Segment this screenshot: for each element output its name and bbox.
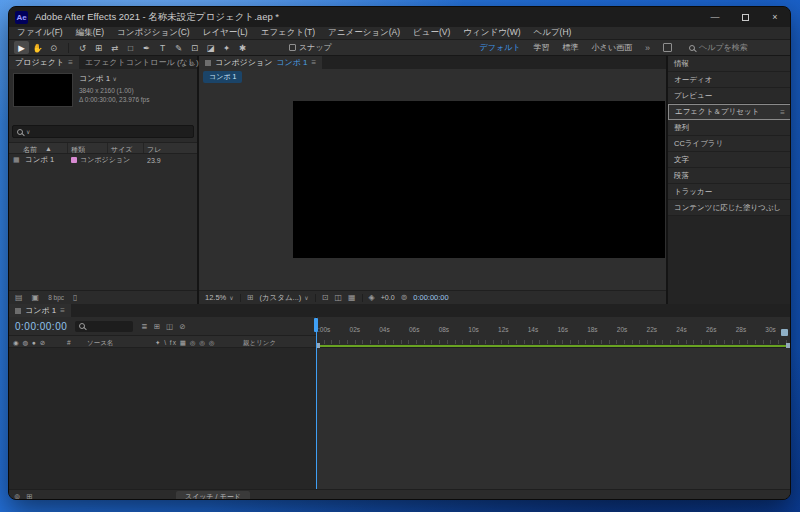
comp-marker-bin-icon[interactable] [781,329,788,336]
help-search-input[interactable]: ヘルプを検索 [685,42,781,54]
pen-tool-icon[interactable]: ✒ [139,41,154,54]
menu-file[interactable]: ファイル(F) [17,27,63,39]
timeline-view-option-icons[interactable]: ≣ ⊞ ◫ ⊘ [141,322,187,331]
layer-number-column[interactable]: # [67,339,71,346]
label-color-swatch[interactable] [71,157,77,163]
exposure-value[interactable]: +0.0 [381,294,395,301]
exposure-icon[interactable]: ◈ [369,293,375,302]
mask-visibility-icon[interactable]: ◫ [334,293,342,302]
menu-effect[interactable]: エフェクト(T) [261,27,315,39]
bit-depth-button[interactable]: 8 bpc [48,294,64,301]
panel-stack: 情報 オーディオ プレビュー エフェクト＆プリセット ≡ 整列 CCライブラリ … [668,56,791,304]
pan-behind-tool-icon[interactable]: ⇄ [107,41,122,54]
panel-menu-icon[interactable]: ≡ [312,58,317,67]
menu-layer[interactable]: レイヤー(L) [203,27,248,39]
timeline-search-input[interactable] [75,321,133,332]
hand-tool-icon[interactable]: ✋ [30,41,45,54]
tab-timeline-comp[interactable]: コンポ 1 ≡ [9,304,71,317]
zoom-select[interactable]: 12.5% ∨ [205,293,234,302]
project-panel: プロジェクト ≡ エフェクトコントロール (なし) » コンポ 1 ∨ [9,56,197,304]
column-divider [107,143,108,153]
panel-menu-icon[interactable]: ≡ [60,306,65,315]
clone-stamp-tool-icon[interactable]: ⊡ [187,41,202,54]
current-time-indicator[interactable] [316,320,317,489]
menu-view[interactable]: ビュー(V) [413,27,450,39]
timeline-footer-icons[interactable]: ⊚ ⊞ [14,492,35,500]
workspace-menu-icon[interactable] [663,43,672,52]
time-ruler[interactable]: :00s 02s 04s 06s 08s 10s 12s 14s 16s 18s… [316,317,790,348]
menu-help[interactable]: ヘルプ(H) [534,27,572,39]
panel-menu-icon[interactable]: ≡ [780,108,785,117]
work-area-end-handle[interactable] [786,343,790,348]
menu-edit[interactable]: 編集(E) [76,27,104,39]
tab-effect-controls[interactable]: エフェクトコントロール (なし) [79,56,205,69]
workspace-overflow-icon[interactable]: » [645,43,650,53]
panel-menu-icon[interactable]: ≡ [68,58,73,67]
workspace-standard[interactable]: 標準 [563,42,579,53]
comp-timecode[interactable]: 0:00:00:00 [413,293,448,302]
sort-asc-icon[interactable]: ▲ [45,145,52,152]
panel-tab-character[interactable]: 文字 [668,152,791,168]
close-button[interactable]: × [760,7,790,27]
menu-animation[interactable]: アニメーション(A) [328,27,400,39]
workspace-learn[interactable]: 学習 [534,42,550,53]
flyout-caret-icon[interactable]: ∨ [112,76,116,82]
type-tool-icon[interactable]: T [155,41,170,54]
minimize-button[interactable]: — [700,7,730,27]
delete-button[interactable]: ▯ [73,293,77,302]
project-item-row[interactable]: ▦ コンポ 1 コンポジション 23.9 [9,154,197,166]
panel-tab-paragraph[interactable]: 段落 [668,168,791,184]
panel-tab-audio[interactable]: オーディオ [668,72,791,88]
roto-brush-tool-icon[interactable]: ✦ [219,41,234,54]
tab-overflow-icon[interactable]: » [189,56,194,69]
titlebar[interactable]: Ae Adobe After Effects 2021 - 名称未設定プロジェク… [9,7,790,27]
snap-checkbox[interactable] [289,44,296,51]
grid-guides-icon[interactable]: ⊞ [247,293,254,302]
maximize-button[interactable] [730,7,760,27]
viewer-tab-comp[interactable]: コンポ 1 [203,71,242,83]
workspace-small-screen[interactable]: 小さい画面 [592,42,632,53]
tab-project[interactable]: プロジェクト ≡ [9,56,79,69]
panel-tab-tracker[interactable]: トラッカー [668,184,791,200]
panel-tab-cc-libraries[interactable]: CCライブラリ [668,136,791,152]
chevron-down-icon: ∨ [229,294,233,301]
track-area [316,348,790,500]
search-options-caret-icon[interactable]: ∨ [26,128,30,135]
eraser-tool-icon[interactable]: ◪ [203,41,218,54]
timeline-timecode[interactable]: 0:00:00:00 [15,321,67,332]
panel-tab-label: エフェクト＆プリセット [675,107,759,117]
resolution-select[interactable]: (カスタム...) ∨ [259,293,308,303]
panel-tab-preview[interactable]: プレビュー [668,88,791,104]
camera-tool-icon[interactable]: ⊞ [91,41,106,54]
puppet-tool-icon[interactable]: ✱ [235,41,250,54]
panel-tab-icon [205,60,211,66]
panel-tab-content-aware-fill[interactable]: コンテンツに応じた塗りつぶし [668,200,791,216]
snap-label[interactable]: スナップ [299,42,332,53]
composition-viewer[interactable]: コンポ 1 [199,69,666,290]
playhead-handle[interactable] [314,318,318,332]
parent-link-column[interactable]: 親とリンク [243,339,276,348]
new-folder-button[interactable]: ▤ [15,293,23,302]
orbit-tool-icon[interactable]: ↺ [75,41,90,54]
brush-tool-icon[interactable]: ✎ [171,41,186,54]
menu-window[interactable]: ウィンドウ(W) [463,27,520,39]
zoom-tool-icon[interactable]: ⊙ [46,41,61,54]
tab-composition[interactable]: コンポジション コンポ 1 ≡ [199,56,322,69]
new-composition-button[interactable]: ▣ [32,293,40,302]
panel-tab-align[interactable]: 整列 [668,120,791,136]
snapshot-camera-icon[interactable]: ⊚ [401,293,408,302]
switches-modes-toggle[interactable]: スイッチ / モード [176,491,250,500]
av-feature-icons[interactable]: ◉ ◍ ● ⊘ [13,339,46,347]
transparency-grid-icon[interactable]: ▦ [348,293,356,302]
selection-tool-icon[interactable]: ▶ [14,41,29,54]
region-of-interest-icon[interactable]: ⊡ [322,293,329,302]
panel-tab-effects-presets[interactable]: エフェクト＆プリセット ≡ [668,104,791,120]
menu-composition[interactable]: コンポジション(C) [117,27,190,39]
source-name-column[interactable]: ソース名 [87,339,113,348]
workspace-default[interactable]: デフォルト [480,42,521,53]
panel-tab-info[interactable]: 情報 [668,56,791,72]
layer-switch-icons[interactable]: ✦ \ fx ▦ ◎ ◎ ◎ [155,339,215,347]
shape-tool-icon[interactable]: □ [123,41,138,54]
project-search-input[interactable]: ∨ [12,125,194,138]
zoom-value: 12.5% [205,293,226,302]
